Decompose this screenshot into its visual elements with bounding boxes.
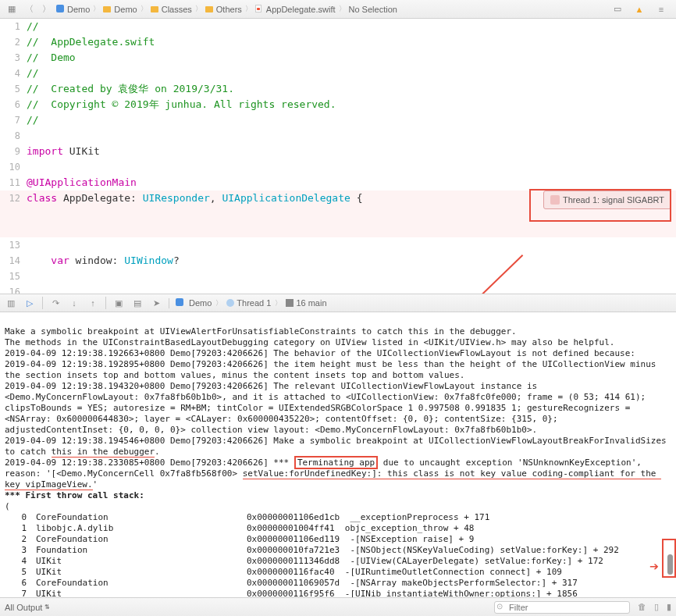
stack-row: 5UIKit0x0000000116fac40 -[UIRuntimeOutle…: [5, 567, 671, 578]
breadcrumb-label: Demo: [114, 5, 137, 14]
back-icon[interactable]: 〈: [22, 2, 36, 16]
location-icon[interactable]: ➤: [150, 297, 162, 309]
stack-row: 3Foundation0x000000010fa721e3 -[NSObject…: [5, 545, 671, 556]
console-line: *** First throw call stack:: [5, 490, 144, 500]
annotation-arrow: ➔: [649, 561, 659, 571]
trash-icon[interactable]: 🗑: [638, 602, 646, 612]
scrollbar-thumb[interactable]: [667, 554, 673, 575]
console-line: (: [5, 501, 10, 511]
stack-row: 4UIKit0x0000000111346dd8 -[UIView(CALaye…: [5, 556, 671, 567]
output-filter-select[interactable]: All Output ⇅: [5, 603, 50, 612]
debug-toolbar: ▥ ▷ ↷ ↓ ↑ ▣ ▤ ➤ Demo 〉 Thread 1 〉 16 mai…: [0, 294, 676, 312]
updown-icon: ⇅: [44, 604, 50, 611]
stack-row: 7UIKit0x0000000116f95f6 -[UINib instanti…: [5, 589, 671, 597]
breadcrumb-item[interactable]: Demo: [103, 5, 137, 14]
panel-right-icon[interactable]: ▮: [667, 602, 671, 612]
console-line: 2019-04-09 12:19:38.233085+0800 Demo[792…: [5, 456, 661, 490]
editor-toolbar: ▦ 〈 〉 Demo 〉 Demo 〉 Classes 〉 Others 〉 A…: [0, 0, 676, 19]
forward-icon[interactable]: 〉: [39, 2, 53, 16]
warning-icon[interactable]: ▲: [632, 2, 646, 16]
breadcrumb-label: No Selection: [349, 5, 397, 14]
panel-left-icon[interactable]: ▯: [654, 602, 659, 612]
console-line: The methods in the UIConstraintBasedLayo…: [5, 337, 614, 347]
terminating-box: Terminating app: [294, 456, 378, 469]
breadcrumb-item[interactable]: Others: [205, 5, 242, 14]
error-label: Thread 1: signal SIGABRT: [563, 192, 664, 208]
code-editor[interactable]: 1// 2// AppDelegate.swift 3// Demo 4// 5…: [0, 19, 676, 294]
console-line: 2019-04-09 12:19:38.194546+0800 Demo[792…: [5, 436, 671, 458]
related-items-icon[interactable]: ▦: [5, 2, 19, 16]
breadcrumb-label: Others: [216, 5, 242, 14]
error-badge[interactable]: Thread 1: signal SIGABRT: [543, 190, 671, 209]
breadcrumb-label: Demo: [67, 5, 90, 14]
thread-icon: [226, 299, 234, 307]
console-line: 2019-04-09 12:19:38.194320+0800 Demo[792…: [5, 381, 651, 435]
chevron-right-icon: 〉: [141, 4, 148, 14]
continue-icon[interactable]: ▷: [23, 297, 36, 309]
chevron-right-icon: 〉: [245, 4, 252, 14]
console-bottom-bar: All Output ⇅ ⊙ 🗑 ▯ ▮: [0, 597, 676, 616]
console-output[interactable]: Make a symbolic breakpoint at UIViewAler…: [0, 312, 676, 597]
memory-icon[interactable]: ▤: [131, 297, 144, 309]
breadcrumb-item[interactable]: No Selection: [349, 5, 397, 14]
view-debug-icon[interactable]: ▣: [112, 297, 125, 309]
step-over-icon[interactable]: ↷: [49, 297, 62, 309]
debug-frame[interactable]: 16 main: [296, 298, 326, 308]
stack-row: 1libobjc.A.dylib0x00000001004ff41 objc_e…: [5, 523, 671, 534]
console-line: 2019-04-09 12:19:38.192663+0800 Demo[792…: [5, 348, 635, 358]
breadcrumb-item[interactable]: Demo: [56, 5, 90, 14]
breadcrumb-label: Classes: [162, 5, 192, 14]
chevron-right-icon: 〉: [339, 4, 346, 14]
toggle-debug-icon[interactable]: ▥: [5, 297, 17, 309]
breadcrumb-item[interactable]: AppDelegate.swift: [255, 5, 336, 14]
output-filter-label: All Output: [5, 603, 42, 612]
debug-thread[interactable]: Thread 1: [237, 298, 271, 308]
stack-row: 0CoreFoundation0x00000001106ed1cb __exce…: [5, 512, 671, 523]
step-into-icon[interactable]: ↓: [68, 297, 80, 309]
outline-icon[interactable]: ≡: [654, 2, 668, 16]
filter-icon: ⊙: [496, 602, 503, 611]
breadcrumb-item[interactable]: Classes: [151, 5, 192, 14]
toolbar-right: ▭ ▲ ≡: [610, 2, 671, 16]
stack-row: 6CoreFoundation0x000000011069057d -[NSAr…: [5, 578, 671, 589]
stack-trace: 0CoreFoundation0x00000001106ed1cb __exce…: [5, 512, 671, 597]
console-line: Make a symbolic breakpoint at UIViewAler…: [5, 326, 517, 336]
breadcrumb[interactable]: Demo 〉 Demo 〉 Classes 〉 Others 〉 AppDele…: [56, 4, 610, 14]
chevron-right-icon: 〉: [195, 4, 202, 14]
filter-input[interactable]: [494, 601, 630, 614]
debug-target[interactable]: Demo: [189, 298, 212, 308]
chevron-right-icon: 〉: [93, 4, 100, 14]
frame-icon: [286, 299, 294, 307]
step-out-icon[interactable]: ↑: [87, 297, 99, 309]
console-line: 2019-04-09 12:19:38.192895+0800 Demo[792…: [5, 359, 661, 380]
stack-row: 2CoreFoundation0x00000001106ed119 -[NSEx…: [5, 534, 671, 545]
counterpart-icon[interactable]: ▭: [610, 2, 624, 16]
error-icon: [550, 195, 560, 205]
breadcrumb-label: AppDelegate.swift: [266, 5, 336, 14]
